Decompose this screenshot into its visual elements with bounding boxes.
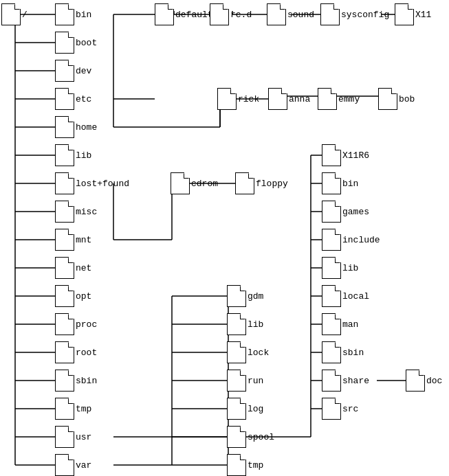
label-lib-var: lib (248, 319, 263, 330)
icon-opt (55, 285, 74, 307)
label-net: net (76, 263, 91, 273)
node-cdrom: cdrom (171, 172, 218, 194)
icon-lib (55, 144, 74, 166)
label-games: games (342, 207, 369, 217)
icon-doc (406, 370, 425, 392)
node-var: var (55, 454, 91, 476)
node-lib-var: lib (227, 313, 263, 335)
icon-tmp-var (227, 454, 246, 476)
icon-net (55, 257, 74, 279)
node-net: net (55, 257, 91, 279)
node-sysconfig: sysconfig (320, 3, 389, 25)
label-lock: lock (248, 348, 269, 358)
icon-var (55, 454, 74, 476)
label-etc: etc (76, 94, 91, 104)
label-rc-d: rc.d (230, 10, 252, 20)
icon-misc (55, 201, 74, 223)
node-spool: spool (227, 426, 274, 448)
node-etc: etc (55, 88, 91, 110)
icon-include (322, 229, 341, 251)
node-sound: sound (267, 3, 314, 25)
icon-lost-found (55, 172, 74, 194)
tree-container: / bin boot dev etc home lib lost+found m… (0, 0, 449, 476)
label-anna: anna (289, 94, 310, 104)
node-lock: lock (227, 341, 269, 363)
icon-default (155, 3, 174, 25)
label-dev: dev (76, 66, 91, 76)
label-root: / (22, 10, 28, 20)
node-floppy: floppy (235, 172, 288, 194)
icon-sbin-usr (322, 341, 341, 363)
node-opt: opt (55, 285, 91, 307)
node-bob: bob (378, 88, 415, 110)
label-mnt: mnt (76, 235, 91, 245)
node-sbin-usr: sbin (322, 341, 364, 363)
label-lib-usr: lib (342, 263, 358, 273)
icon-src (322, 398, 341, 420)
node-lib: lib (55, 144, 91, 166)
node-X11: X11 (395, 3, 431, 25)
node-misc: misc (55, 201, 97, 223)
node-log: log (227, 398, 263, 420)
icon-share (322, 370, 341, 392)
label-root-dir: root (76, 348, 97, 358)
icon-mnt (55, 229, 74, 251)
label-floppy: floppy (256, 179, 288, 189)
label-bob: bob (399, 94, 415, 104)
label-usr: usr (76, 432, 91, 442)
node-emmy: emmy (318, 88, 360, 110)
icon-anna (268, 88, 287, 110)
node-sbin: sbin (55, 370, 97, 392)
node-X11R6: X11R6 (322, 144, 369, 166)
node-anna: anna (268, 88, 310, 110)
node-man: man (322, 313, 358, 335)
label-local: local (342, 291, 369, 302)
node-local: local (322, 285, 369, 307)
label-X11: X11 (415, 10, 431, 20)
label-run: run (248, 376, 263, 386)
icon-etc (55, 88, 74, 110)
node-root-dir: root (55, 341, 97, 363)
node-lib-usr: lib (322, 257, 358, 279)
node-mnt: mnt (55, 229, 91, 251)
label-include: include (342, 235, 380, 245)
label-default: default (175, 10, 213, 20)
icon-cdrom (171, 172, 190, 194)
icon-bin (55, 3, 74, 25)
icon-emmy (318, 88, 337, 110)
node-lost-found: lost+found (55, 172, 129, 194)
label-boot: boot (76, 38, 97, 48)
icon-lock (227, 341, 246, 363)
label-emmy: emmy (338, 94, 360, 104)
label-X11R6: X11R6 (342, 150, 369, 161)
icon-games (322, 201, 341, 223)
label-share: share (342, 376, 369, 386)
icon-dev (55, 60, 74, 82)
icon-sbin (55, 370, 74, 392)
label-sbin-usr: sbin (342, 348, 364, 358)
node-default: default (155, 3, 213, 25)
node-root: / (1, 3, 28, 25)
icon-X11 (395, 3, 414, 25)
label-sound: sound (287, 10, 314, 20)
node-proc: proc (55, 313, 97, 335)
icon-proc (55, 313, 74, 335)
label-home: home (76, 122, 97, 133)
icon-X11R6 (322, 144, 341, 166)
label-bin: bin (76, 10, 91, 20)
icon-usr (55, 426, 74, 448)
node-rc-d: rc.d (210, 3, 252, 25)
label-proc: proc (76, 319, 97, 330)
node-share: share (322, 370, 369, 392)
label-bin-usr: bin (342, 179, 358, 189)
node-gdm: gdm (227, 285, 263, 307)
label-lost-found: lost+found (76, 179, 129, 189)
icon-sysconfig (320, 3, 340, 25)
node-usr: usr (55, 426, 91, 448)
icon-spool (227, 426, 246, 448)
label-cdrom: cdrom (191, 179, 218, 189)
icon-root-dir (55, 341, 74, 363)
node-run: run (227, 370, 263, 392)
icon-lib-var (227, 313, 246, 335)
icon-tmp (55, 398, 74, 420)
